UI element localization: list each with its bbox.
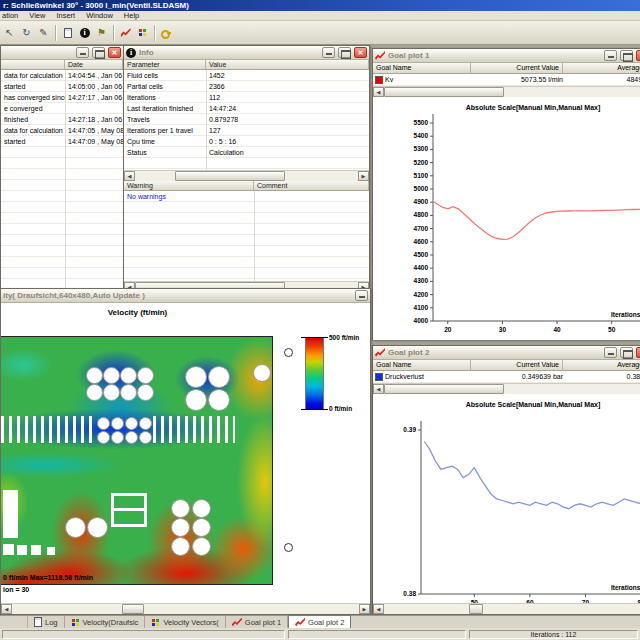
goal-plot-2-titlebar[interactable]: Goal plot 2 ✕ (373, 346, 640, 360)
scroll-thumb[interactable] (384, 87, 504, 97)
scroll-right-button[interactable]: ▶ (359, 604, 370, 614)
minimize-button[interactable] (604, 50, 617, 61)
maximize-button[interactable] (620, 347, 633, 358)
log-message: e converged (1, 103, 65, 114)
license-key-icon[interactable] (158, 24, 175, 41)
menu-item-window[interactable]: Window (86, 11, 113, 20)
app-title-bar[interactable]: r: Schließwinkel 30° - 3000 l_min(Ventil… (0, 0, 640, 11)
tab-goal-plot-2[interactable]: Goal plot 2 (288, 615, 351, 628)
parameter-row[interactable]: Cpu time0 : 5 : 16 (124, 136, 369, 147)
horizontal-scrollbar[interactable]: ◀ ▶ (373, 86, 640, 97)
scroll-right-button[interactable]: ▶ (358, 171, 369, 181)
log-message-column-header[interactable] (1, 60, 65, 69)
maximize-button[interactable] (92, 47, 105, 58)
maximize-button[interactable] (620, 50, 633, 61)
parameter-row[interactable]: StatusCalculation (124, 147, 369, 158)
goal-row[interactable]: Druckverlust 0.349639 bar 0.3827 (373, 371, 640, 383)
scroll-track[interactable] (504, 384, 640, 394)
close-button[interactable]: ✕ (636, 50, 640, 61)
goal-plot-1-titlebar[interactable]: Goal plot 1 ✕ (373, 49, 640, 63)
tab-velocity-vectors-[interactable]: Velocity Vectors( (145, 616, 225, 628)
log-row[interactable]: data for calculation14:04:54 , Jan 06 (1, 70, 123, 81)
close-button[interactable]: ✕ (636, 347, 640, 358)
warning-row[interactable]: No warnings (124, 191, 369, 202)
parameter-name: Partial cells (124, 81, 206, 92)
new-log-icon[interactable] (59, 24, 76, 41)
pin-icon[interactable]: ✎ (35, 24, 52, 41)
log-date-column-header[interactable]: Date (65, 60, 123, 69)
parameter-row[interactable]: Iterations112 (124, 92, 369, 103)
close-button[interactable]: ✕ (354, 47, 367, 58)
scroll-thumb[interactable] (175, 171, 285, 181)
horizontal-scrollbar[interactable]: ◀ ▶ (373, 603, 640, 614)
log-row[interactable]: started14:05:00 , Jan 06 (1, 81, 123, 92)
scroll-track[interactable] (144, 604, 359, 614)
scroll-track[interactable] (483, 604, 640, 614)
scroll-track[interactable] (135, 171, 175, 181)
scroll-track[interactable] (12, 604, 122, 614)
scroll-left-button[interactable]: ◀ (1, 604, 12, 614)
warning-column-header[interactable]: Warning (124, 181, 254, 190)
annotation-marker[interactable] (284, 348, 293, 357)
horizontal-scrollbar[interactable]: ◀ ▶ (1, 603, 370, 614)
minimize-button[interactable] (355, 290, 368, 301)
averaged-column-header[interactable]: Averaged (563, 63, 640, 73)
refresh-icon[interactable]: ↻ (18, 24, 35, 41)
tab-goal-plot-1[interactable]: Goal plot 1 (226, 616, 288, 628)
log-row[interactable]: e converged (1, 103, 123, 114)
log-row[interactable]: data for calculation14:47:05 , May 08 (1, 125, 123, 136)
scroll-left-button[interactable]: ◀ (373, 87, 384, 97)
minimize-button[interactable] (76, 47, 89, 58)
minimize-button[interactable] (604, 347, 617, 358)
horizontal-scrollbar[interactable]: ◀ ▶ (373, 383, 640, 394)
log-row[interactable]: started14:47:09 , May 08 (1, 136, 123, 147)
scroll-thumb[interactable] (122, 604, 144, 614)
scroll-track[interactable] (285, 171, 358, 181)
tab-velocity-draufsic[interactable]: Velocity(Draufsic (65, 616, 146, 628)
insert-info-icon[interactable]: i (76, 24, 93, 41)
current-value-column-header[interactable]: Current Value (471, 63, 563, 73)
averaged-column-header[interactable]: Averaged (563, 360, 640, 370)
log-window-titlebar[interactable]: ✕ (1, 46, 123, 60)
scroll-left-button[interactable]: ◀ (373, 384, 384, 394)
close-button[interactable]: ✕ (108, 47, 121, 58)
goal-row[interactable]: Kv 5073.55 l/min 4849.9 (373, 74, 640, 86)
parameter-column-header[interactable]: Parameter (124, 60, 206, 69)
comment-column-header[interactable]: Comment (254, 181, 369, 190)
annotation-marker[interactable] (284, 543, 293, 552)
preview-results-icon[interactable] (134, 24, 151, 41)
goals-flag-icon[interactable]: ⚑ (93, 24, 110, 41)
parameter-row[interactable]: Partial cells2366 (124, 81, 369, 92)
log-row[interactable]: finished14:27:18 , Jan 06 (1, 114, 123, 125)
log-row[interactable]: has converged since t...14:27:17 , Jan 0… (1, 92, 123, 103)
scroll-left-button[interactable]: ◀ (373, 604, 384, 614)
goal-plot-icon[interactable] (117, 24, 134, 41)
goal-color-swatch (375, 373, 383, 381)
scroll-track[interactable] (384, 604, 469, 614)
goal-plot-icon (375, 51, 385, 60)
value-column-header[interactable]: Value (206, 60, 369, 69)
warning-comment (254, 191, 369, 202)
menu-item-insert[interactable]: Insert (56, 11, 75, 20)
info-window-titlebar[interactable]: i Info ✕ (124, 46, 369, 60)
parameter-row[interactable]: Fluid cells1452 (124, 70, 369, 81)
parameter-row[interactable]: Travels0.879278 (124, 114, 369, 125)
minimize-button[interactable] (322, 47, 335, 58)
scroll-left-button[interactable]: ◀ (124, 171, 135, 181)
velocity-window-titlebar[interactable]: ity( Draufsicht,640x480,Auto Update ) (1, 289, 370, 303)
maximize-button[interactable] (338, 47, 351, 58)
scroll-thumb[interactable] (469, 604, 483, 614)
menu-item-help[interactable]: Help (124, 11, 139, 20)
goal-name-column-header[interactable]: Goal Name (373, 360, 471, 370)
menu-item-view[interactable]: View (29, 11, 45, 20)
parameter-row[interactable]: Iterations per 1 travel127 (124, 125, 369, 136)
scroll-thumb[interactable] (384, 384, 504, 394)
menu-item-ation[interactable]: ation (2, 11, 18, 20)
parameter-row[interactable]: Last iteration finished14:47:24 (124, 103, 369, 114)
horizontal-scrollbar[interactable]: ◀ ▶ (124, 170, 369, 181)
scroll-track[interactable] (504, 87, 640, 97)
select-arrow-icon[interactable]: ↖ (1, 24, 18, 41)
goal-name-column-header[interactable]: Goal Name (373, 63, 471, 73)
current-value-column-header[interactable]: Current Value (471, 360, 563, 370)
tab-log[interactable]: Log (28, 616, 65, 628)
